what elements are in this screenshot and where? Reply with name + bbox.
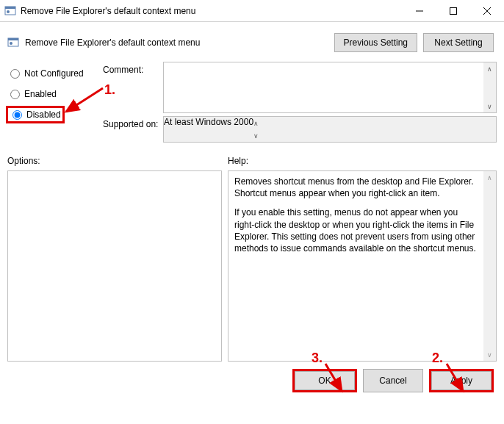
svg-rect-1 bbox=[5, 7, 15, 9]
radio-enabled-label: Enabled bbox=[24, 89, 57, 99]
policy-icon bbox=[4, 5, 16, 17]
scrollbar: ∧ ∨ bbox=[253, 117, 259, 142]
comment-field[interactable]: ∧ ∨ bbox=[163, 62, 497, 113]
radio-not-configured-label: Not Configured bbox=[24, 68, 84, 79]
help-label: Help: bbox=[228, 156, 497, 166]
radio-not-configured[interactable]: Not Configured bbox=[7, 65, 103, 82]
scrollbar[interactable]: ∧ ∨ bbox=[483, 62, 496, 112]
supported-label: Supported on: bbox=[103, 119, 163, 129]
scroll-up-icon: ∧ bbox=[253, 117, 259, 129]
help-body: Removes shortcut menus from the desktop … bbox=[228, 171, 483, 361]
footer-buttons: OK Cancel Apply bbox=[7, 369, 497, 392]
options-label: Options: bbox=[7, 156, 222, 166]
minimize-button[interactable] bbox=[403, 0, 436, 22]
svg-point-9 bbox=[10, 42, 12, 45]
cancel-button[interactable]: Cancel bbox=[363, 369, 423, 392]
previous-setting-button[interactable]: Previous Setting bbox=[334, 33, 417, 52]
scrollbar[interactable]: ∧ ∨ bbox=[483, 171, 496, 361]
annotation-box-apply: Apply bbox=[429, 369, 494, 392]
maximize-button[interactable] bbox=[436, 0, 470, 22]
svg-rect-8 bbox=[8, 38, 18, 40]
close-button[interactable] bbox=[470, 0, 504, 22]
radio-disabled-input[interactable] bbox=[12, 110, 22, 120]
options-body bbox=[8, 171, 221, 361]
page-title: Remove File Explorer's default context m… bbox=[25, 37, 334, 48]
scroll-up-icon[interactable]: ∧ bbox=[483, 171, 496, 184]
help-p2: If you enable this setting, menus do not… bbox=[234, 206, 478, 254]
comment-label: Comment: bbox=[103, 65, 163, 119]
supported-value: At least Windows 2000 bbox=[164, 117, 253, 142]
scroll-down-icon: ∨ bbox=[253, 129, 259, 142]
help-panel: Removes shortcut menus from the desktop … bbox=[228, 170, 497, 362]
supported-field: At least Windows 2000 ∧ ∨ bbox=[163, 116, 497, 143]
scroll-down-icon[interactable]: ∨ bbox=[483, 100, 496, 112]
options-panel bbox=[7, 170, 222, 362]
annotation-box-ok: OK bbox=[292, 369, 357, 392]
svg-point-2 bbox=[7, 10, 10, 13]
comment-value[interactable] bbox=[164, 62, 483, 112]
header-row: Remove File Explorer's default context m… bbox=[7, 28, 497, 57]
radio-enabled[interactable]: Enabled bbox=[7, 85, 103, 103]
radio-disabled[interactable]: Disabled bbox=[10, 109, 61, 120]
scroll-up-icon[interactable]: ∧ bbox=[483, 62, 496, 75]
apply-button[interactable]: Apply bbox=[431, 371, 492, 390]
ok-button[interactable]: OK bbox=[295, 371, 355, 390]
titlebar: Remove File Explorer's default context m… bbox=[0, 0, 504, 22]
help-p1: Removes shortcut menus from the desktop … bbox=[234, 176, 478, 199]
radio-enabled-input[interactable] bbox=[10, 90, 20, 99]
window-controls bbox=[403, 0, 504, 22]
annotation-box-disabled: Disabled bbox=[6, 106, 65, 123]
radio-disabled-label: Disabled bbox=[26, 109, 61, 120]
policy-icon bbox=[7, 37, 19, 48]
radio-not-configured-input[interactable] bbox=[10, 69, 20, 79]
svg-rect-4 bbox=[450, 7, 457, 14]
scroll-down-icon[interactable]: ∨ bbox=[483, 348, 496, 361]
next-setting-button[interactable]: Next Setting bbox=[423, 33, 494, 52]
window-title: Remove File Explorer's default context m… bbox=[21, 6, 403, 16]
